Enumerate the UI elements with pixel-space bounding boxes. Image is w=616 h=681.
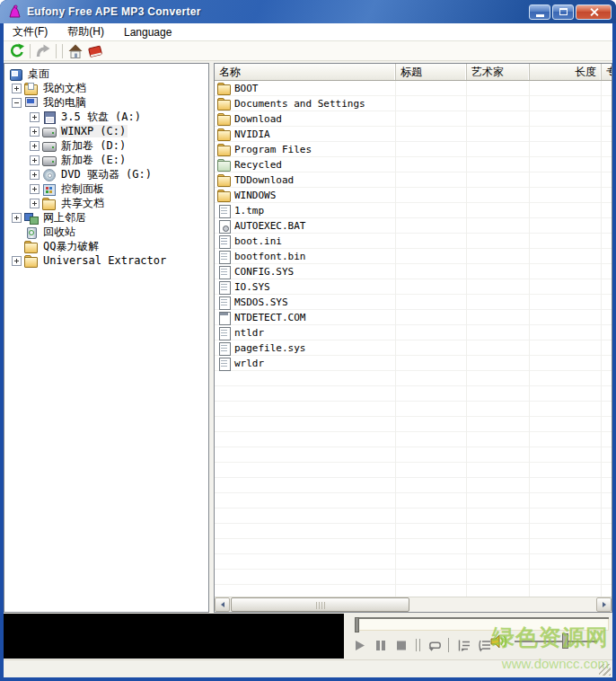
tree-item-label: QQ暴力破解 (41, 240, 101, 252)
file-row[interactable]: BOOT (215, 81, 612, 96)
folder-icon (217, 98, 231, 110)
loop-icon (427, 639, 443, 652)
file-row[interactable]: Program Files (215, 142, 612, 157)
drive-icon (42, 126, 56, 137)
tree-item[interactable]: WINXP (C:) (4, 124, 208, 138)
tree-item-label: 我的文档 (41, 82, 88, 94)
tree-item[interactable]: 桌面 (4, 66, 208, 81)
mydocs-icon (24, 83, 38, 94)
maximize-icon (559, 8, 568, 15)
expand-icon[interactable] (30, 155, 40, 165)
ini-icon (217, 235, 231, 247)
list-header: 名称标题艺术家长度专辑 (215, 64, 612, 81)
folder-icon (24, 255, 38, 267)
expand-icon[interactable] (30, 141, 40, 151)
volume-slider[interactable] (515, 641, 597, 642)
file-row[interactable]: IO.SYS (215, 279, 612, 295)
expand-icon[interactable] (30, 170, 40, 180)
file-row[interactable]: CONFIG.SYS (215, 264, 612, 279)
resize-grip[interactable] (599, 664, 611, 676)
tree-item[interactable]: 回收站 (4, 225, 208, 239)
collapse-icon[interactable] (12, 98, 22, 108)
scroll-right-button[interactable] (596, 597, 612, 612)
column-header-0[interactable]: 名称 (215, 64, 396, 80)
drive-icon (42, 155, 56, 166)
horizontal-scrollbar[interactable] (215, 597, 612, 612)
file-row[interactable]: NTDETECT.COM (215, 310, 612, 325)
expand-icon[interactable] (12, 213, 22, 223)
loop-button[interactable] (427, 638, 443, 652)
menu-item-2[interactable]: Language (122, 25, 173, 40)
home-button[interactable] (66, 42, 85, 60)
expand-icon[interactable] (30, 112, 40, 122)
tree-item[interactable]: 我的电脑 (4, 95, 208, 110)
file-row[interactable]: WINDOWS (215, 188, 612, 203)
file-row[interactable]: boot.ini (215, 234, 612, 249)
stop-button[interactable] (393, 638, 409, 652)
close-button[interactable] (576, 4, 612, 20)
tree-item[interactable]: 新加卷 (D:) (4, 138, 208, 153)
refresh-button[interactable] (7, 42, 27, 60)
tree-item[interactable]: 新加卷 (E:) (4, 153, 208, 167)
minimize-button[interactable] (529, 4, 550, 20)
seek-thumb[interactable] (355, 617, 359, 632)
refresh-icon (9, 43, 25, 59)
pause-icon (374, 639, 388, 652)
file-row[interactable]: pagefile.sys (215, 340, 612, 356)
file-name: Documents and Settings (234, 98, 365, 110)
tree-item[interactable]: 我的文档 (4, 81, 208, 95)
file-row[interactable]: bootfont.bin (215, 249, 612, 264)
visualization-panel (4, 614, 344, 659)
playlist-button[interactable] (456, 638, 471, 652)
network-icon (24, 212, 38, 224)
column-header-4[interactable]: 专辑 (602, 64, 612, 80)
file-row[interactable]: NVIDIA (215, 127, 612, 142)
column-header-2[interactable]: 艺术家 (467, 64, 530, 80)
tree-item[interactable]: DVD 驱动器 (G:) (4, 167, 208, 181)
file-row[interactable]: Documents and Settings (215, 96, 612, 111)
list-body: BOOTDocuments and SettingsDownloadNVIDIA… (215, 81, 612, 597)
book-icon (87, 43, 103, 59)
tree-item-label: 桌面 (26, 67, 51, 80)
expand-icon[interactable] (12, 256, 22, 266)
tree-item[interactable]: 3.5 软盘 (A:) (4, 110, 208, 124)
pause-button[interactable] (373, 638, 388, 652)
file-row[interactable]: 1.tmp (215, 203, 612, 218)
forward-button[interactable] (33, 42, 53, 60)
folder-tree: 桌面我的文档我的电脑3.5 软盘 (A:)WINXP (C:)新加卷 (D:)新… (4, 63, 209, 613)
expand-icon[interactable] (30, 199, 40, 208)
scrollbar-thumb[interactable] (231, 597, 409, 612)
seek-slider[interactable] (355, 617, 609, 633)
tree-item[interactable]: 网上邻居 (4, 210, 208, 225)
expand-icon[interactable] (30, 184, 40, 194)
column-header-1[interactable]: 标题 (396, 64, 467, 80)
maximize-button[interactable] (552, 4, 574, 20)
file-row[interactable]: AUTOEXEC.BAT (215, 218, 612, 234)
file-row[interactable]: ntldr (215, 325, 612, 340)
file-row[interactable]: Download (215, 111, 612, 127)
tree-item[interactable]: QQ暴力破解 (4, 239, 208, 253)
tree-item[interactable]: 共享文档 (4, 196, 208, 210)
scroll-left-button[interactable] (215, 597, 230, 612)
expand-icon[interactable] (30, 127, 40, 137)
menu-item-1[interactable]: 帮助(H) (66, 23, 106, 40)
play-button[interactable] (352, 638, 367, 652)
help-book-button[interactable] (85, 42, 105, 60)
file-name: Recycled (234, 159, 282, 171)
column-header-3[interactable]: 长度 (530, 64, 602, 80)
tree-item[interactable]: 控制面板 (4, 181, 208, 196)
player-controls-area (344, 613, 612, 659)
expand-icon[interactable] (12, 84, 22, 93)
file-row[interactable]: wrldr (215, 356, 612, 371)
tree-item-label: DVD 驱动器 (G:) (59, 168, 154, 181)
file-name: 1.tmp (234, 205, 264, 217)
file-row[interactable]: Recycled (215, 157, 612, 172)
file-name: NVIDIA (234, 128, 270, 140)
file-row[interactable]: TDDownload (215, 172, 612, 188)
file-row[interactable]: MSDOS.SYS (215, 295, 612, 310)
tree-item[interactable]: Universal Extractor (4, 253, 208, 268)
tree-item-label: 共享文档 (59, 197, 106, 209)
menu-item-0[interactable]: 文件(F) (11, 23, 49, 40)
volume-thumb[interactable] (562, 633, 568, 649)
desktop-icon (9, 68, 22, 80)
